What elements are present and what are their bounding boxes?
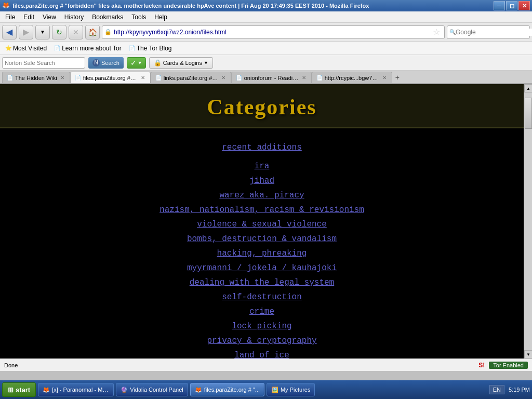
firefox-icon: 🦊 [2,2,10,10]
menu-bookmarks[interactable]: Bookmarks [88,11,127,22]
browser-viewport: Categories recent additions ira jihad wa… [0,84,532,358]
tab-hidden-wiki[interactable]: 📄 The Hidden Wiki ✕ [2,72,70,83]
taskbar-paranormal[interactable]: 🦊 [x] - Paranormal - Mo... [38,383,114,396]
tab-label: The Hidden Wiki [15,75,57,81]
links-container: recent additions ira jihad warez aka. pi… [0,128,524,358]
status-right: S! Tor Enabled [478,362,528,369]
restore-button[interactable]: ◻ [506,1,517,10]
taskbar-item-label: [x] - Paranormal - Mo... [52,387,109,393]
tab-parazite-files[interactable]: 📄 files.paraZite.org # "fo... ✕ [70,72,151,83]
search-label: Search [101,60,119,66]
new-tab-button[interactable]: + [392,72,403,83]
cards-logins-label: Cards & Logins [163,60,202,66]
tab-favicon-icon: 📄 [7,75,13,81]
close-button[interactable]: ✕ [518,1,530,10]
tab-favicon-icon: 📄 [75,75,81,81]
bookmark-learn-tor[interactable]: 📄 Learn more about Tor [51,44,125,53]
taskbar-item-label: My Pictures [281,387,310,393]
menu-tools[interactable]: Tools [127,11,150,22]
search-input[interactable] [456,29,532,36]
link-lock-picking[interactable]: lock picking [0,320,524,332]
windows-icon: ⊞ [8,386,14,394]
menu-edit[interactable]: Edit [19,11,38,22]
link-ira[interactable]: ira [0,160,524,172]
scroll-thumb[interactable] [525,98,532,129]
taskbar-parazite[interactable]: 🦊 files.paraZite.org # "... [190,383,264,396]
window-title: files.paraZite.org # "forbidden" files a… [12,3,494,9]
menu-view[interactable]: View [38,11,60,22]
link-nazism[interactable]: nazism, nationalism, racism & revisionis… [0,204,524,216]
tab-label: onionforum - Reading Topic... [244,75,299,81]
forward-button[interactable]: ▶ [19,25,33,39]
start-button[interactable]: ⊞ start [2,382,36,397]
tab-close-button[interactable]: ✕ [140,75,146,81]
tab-label: http://rcypic...bgw7dq.onion/ [325,75,379,81]
scroll-track[interactable] [524,92,532,350]
link-warez[interactable]: warez aka. piracy [0,189,524,202]
scroll-down-button[interactable]: ▼ [524,350,532,358]
link-hacking[interactable]: hacking, phreaking [0,247,524,260]
tab-close-button[interactable]: ✕ [381,75,388,81]
bookmark-label: Learn more about Tor [62,45,122,52]
cards-logins-button[interactable]: 🔒 Cards & Logins ▼ [149,57,213,69]
tab-rcypic[interactable]: 📄 http://rcypic...bgw7dq.onion/ ✕ [312,72,392,83]
security-check-button[interactable]: ✓ ▼ [127,57,146,69]
check-icon: ✓ [130,59,137,67]
minimize-button[interactable]: ─ [494,1,505,10]
tab-favicon-icon: 📄 [316,75,323,81]
taskbar-item-icon: 🦊 [195,387,202,393]
taskbar-pictures[interactable]: 🖼️ My Pictures [267,383,315,396]
language-indicator: EN [489,385,504,394]
tab-close-button[interactable]: ✕ [301,75,307,81]
tab-close-button[interactable]: ✕ [220,75,227,81]
bookmark-label: The Tor Blog [137,45,172,52]
taskbar-item-icon: 🔮 [121,387,128,393]
dropdown-icon: ▼ [204,60,208,65]
menu-file[interactable]: File [1,11,19,22]
link-recent-additions[interactable]: recent additions [0,141,524,154]
toolbar-bar: N Search ✓ ▼ 🔒 Cards & Logins ▼ [0,55,532,71]
address-bar: 🔒 ☆ [102,25,445,39]
link-violence[interactable]: violence & sexual violence [0,218,524,231]
link-jihad[interactable]: jihad [0,175,524,187]
tab-onionforum[interactable]: 📄 onionforum - Reading Topic... ✕ [231,72,312,83]
tab-parazite-links[interactable]: 📄 links.paraZite.org # underg... ✕ [151,72,231,83]
bookmark-most-visited[interactable]: ⭐ Most Visited [2,44,50,53]
norton-search-button[interactable]: N Search [88,57,124,69]
taskbar-vidalia[interactable]: 🔮 Vidalia Control Panel [116,383,188,396]
home-button[interactable]: 🏠 [85,25,100,39]
link-legal[interactable]: dealing with the legal system [0,276,524,289]
stop-button[interactable]: ✕ [69,25,83,39]
start-label: start [16,386,30,394]
tab-favicon-icon: 📄 [155,75,162,81]
norton-s-icon: S! [478,362,485,369]
link-privacy[interactable]: privacy & cryptography [0,335,524,347]
menu-help[interactable]: Help [150,11,171,22]
status-bar: Done S! Tor Enabled [0,358,532,371]
scroll-up-button[interactable]: ▲ [524,84,532,92]
menu-history[interactable]: History [60,11,88,22]
page-icon: 📄 [54,45,60,51]
link-land-of-ice[interactable]: land of ice [0,349,524,358]
status-text: Done [4,362,18,368]
link-bombs[interactable]: bombs, destruction & vandalism [0,233,524,245]
vertical-scrollbar[interactable]: ▲ ▼ [524,84,532,358]
bookmark-star[interactable]: ☆ [431,27,442,37]
link-self-destruction[interactable]: self-destruction [0,291,524,303]
tab-close-button[interactable]: ✕ [59,75,65,81]
link-crime[interactable]: crime [0,305,524,318]
tab-label: links.paraZite.org # underg... [164,75,218,81]
reload-button[interactable]: ↻ [52,25,66,39]
star-icon: ⭐ [5,45,11,51]
back-button[interactable]: ◀ [2,25,17,39]
url-input[interactable] [114,29,431,36]
dropdown-button[interactable]: ▼ [35,25,50,39]
taskbar: ⊞ start 🦊 [x] - Paranormal - Mo... 🔮 Vid… [0,380,532,399]
navigation-bar: ◀ ▶ ▼ ↻ ✕ 🏠 🔒 ☆ 🔍 ▼ [0,23,532,42]
taskbar-item-label: Vidalia Control Panel [130,387,183,393]
tabs-bar: 📄 The Hidden Wiki ✕ 📄 files.paraZite.org… [0,71,532,84]
bookmark-tor-blog[interactable]: 📄 The Tor Blog [126,44,175,53]
link-myyrmanni[interactable]: myyrmanni / jokela / kauhajoki [0,262,524,274]
taskbar-clock: 5:19 PM [509,387,530,393]
norton-search-input[interactable] [5,60,83,66]
